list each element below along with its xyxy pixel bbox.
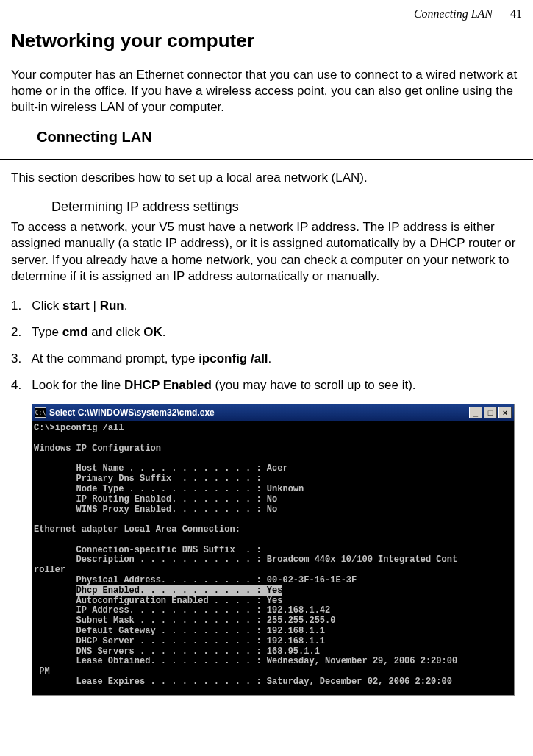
window-title: Select C:\WINDOWS\system32\cmd.exe	[49, 407, 469, 418]
list-item: 2. Type cmd and click OK.	[11, 324, 522, 340]
running-header: Connecting LAN — 41	[11, 7, 522, 21]
terminal-output[interactable]: C:\>ipconfig /all Windows IP Configurati…	[32, 421, 514, 695]
section-heading: Connecting LAN	[37, 129, 522, 149]
lan-paragraph: This section describes how to set up a l…	[11, 170, 522, 186]
list-item: 1. Click start | Run.	[11, 298, 522, 314]
subsection-heading: Determining IP address settings	[51, 199, 522, 215]
page-number: 41	[510, 7, 522, 20]
minimize-button[interactable]: _	[469, 407, 482, 418]
steps-list: 1. Click start | Run. 2. Type cmd and cl…	[11, 298, 522, 393]
page-title: Networking your computer	[11, 29, 522, 52]
list-item: 3. At the command prompt, type ipconfig …	[11, 351, 522, 367]
cmd-icon: C:\	[35, 407, 46, 418]
header-section: Connecting LAN	[414, 7, 493, 20]
window-controls: _ □ ×	[469, 407, 512, 418]
maximize-button[interactable]: □	[484, 407, 497, 418]
titlebar: C:\ Select C:\WINDOWS\system32\cmd.exe _…	[32, 404, 514, 421]
ip-paragraph: To access a network, your V5 must have a…	[11, 219, 522, 284]
close-button[interactable]: ×	[498, 407, 512, 418]
intro-paragraph: Your computer has an Ethernet connector …	[11, 67, 522, 115]
terminal-window: C:\ Select C:\WINDOWS\system32\cmd.exe _…	[32, 404, 515, 696]
section-rule	[0, 159, 533, 160]
list-item: 4. Look for the line DHCP Enabled (you m…	[11, 377, 522, 393]
dhcp-highlight: Dhcp Enabled. . . . . . . . . . . : Yes	[76, 585, 283, 596]
header-dash: —	[496, 7, 510, 20]
